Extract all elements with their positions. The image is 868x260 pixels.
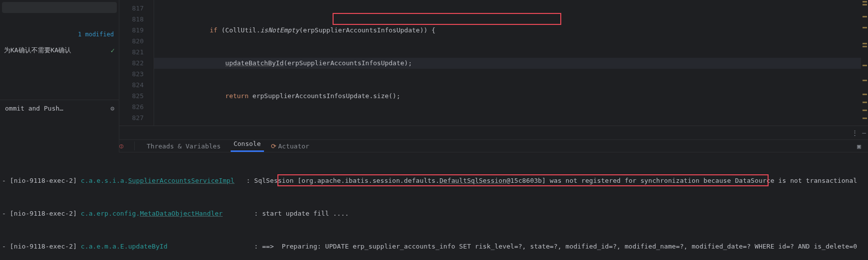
modified-count[interactable]: 1 modified bbox=[78, 31, 114, 38]
tab-threads[interactable]: Threads & Variables bbox=[144, 142, 224, 150]
changed-file-row[interactable]: 为KA确认不需要KA确认 ✓ bbox=[0, 44, 119, 57]
line-number: 817 bbox=[119, 3, 144, 14]
tool-window-tabs: RPApplication × ⋮ — bbox=[0, 126, 868, 140]
check-icon: ✓ bbox=[111, 46, 115, 54]
refresh-icon: ⟳ bbox=[271, 142, 276, 150]
line-number: 821 bbox=[119, 47, 144, 58]
changed-file-label: 为KA确认不需要KA确认 bbox=[4, 46, 71, 55]
line-number: 822 bbox=[119, 58, 144, 69]
commit-push-bar[interactable]: ommit and Push… ⚙ bbox=[0, 100, 119, 117]
commit-push-label: ommit and Push… bbox=[5, 105, 63, 112]
line-gutter: 817 818 819 820 821 822 823 824 825 826⟳… bbox=[119, 0, 154, 126]
gear-icon[interactable]: ⚙ bbox=[110, 105, 114, 112]
line-number: 826⟳ bbox=[119, 102, 144, 113]
more-icon[interactable]: ⋮ bbox=[852, 129, 858, 136]
filter-input[interactable] bbox=[2, 2, 117, 13]
layout-icon[interactable]: ▣ bbox=[855, 142, 863, 150]
line-number: 825 bbox=[119, 91, 144, 102]
tab-console[interactable]: Console bbox=[231, 140, 264, 152]
minimize-icon[interactable]: — bbox=[862, 129, 866, 136]
debug-toolbar: ↻ ■ ⇱ ↧ ↥ ⦸ ⦶ Threads & Variables Consol… bbox=[0, 140, 868, 152]
tab-actuator[interactable]: ⟳ Actuator bbox=[271, 142, 310, 150]
line-number: 823 bbox=[119, 69, 144, 80]
line-number: 819 bbox=[119, 25, 144, 36]
code-editor[interactable]: 817 818 819 820 821 822 823 824 825 826⟳… bbox=[119, 0, 868, 126]
line-number: 818 bbox=[119, 14, 144, 25]
console-output[interactable]: - [nio-9118-exec-2] c.a.e.s.i.a.Supplier… bbox=[0, 152, 868, 260]
code-area[interactable]: if (CollUtil.isNotEmpty(erpSupplierAccou… bbox=[154, 0, 868, 126]
editor-marks-stripe[interactable] bbox=[861, 0, 868, 126]
line-number: 820 bbox=[119, 36, 144, 47]
line-number: 824 bbox=[119, 80, 144, 91]
line-number: 827 bbox=[119, 113, 144, 124]
